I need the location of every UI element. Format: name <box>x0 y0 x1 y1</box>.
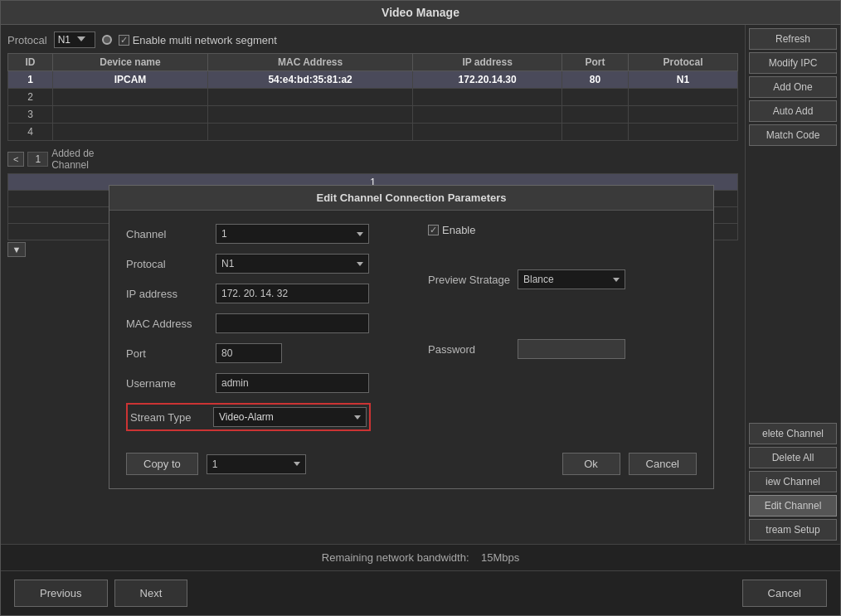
channel-select[interactable]: 1 <box>216 224 369 244</box>
ip-label: IP address <box>126 288 209 300</box>
preview-strategy-label: Preview Stratage <box>428 274 511 286</box>
dialog-ok-button[interactable]: Ok <box>562 453 620 475</box>
stream-type-container: Stream Type Video-Alarm <box>126 403 371 431</box>
copy-to-button[interactable]: Copy to <box>126 453 198 475</box>
dialog-cancel-button[interactable]: Cancel <box>629 453 697 475</box>
previous-button[interactable]: Previous <box>14 580 108 607</box>
protocol-form-select[interactable]: N1 <box>216 254 369 274</box>
main-cancel-button[interactable]: Cancel <box>742 580 827 607</box>
protocol-form-label: Protocal <box>126 258 209 270</box>
mac-label: MAC Address <box>126 318 209 330</box>
enable-label: Enable <box>442 224 475 236</box>
port-input[interactable] <box>216 343 282 363</box>
password-input[interactable] <box>518 339 625 359</box>
preview-strategy-select[interactable]: Blance <box>518 269 625 289</box>
username-label: Username <box>126 377 209 390</box>
stream-type-label: Stream Type <box>130 411 213 424</box>
username-input[interactable] <box>216 373 369 393</box>
copy-to-select[interactable]: 1 <box>207 454 306 474</box>
edit-channel-dialog: Edit Channel Connection Parameters Chann… <box>109 185 714 489</box>
mac-input[interactable] <box>216 313 369 333</box>
channel-label: Channel <box>126 228 209 240</box>
stream-type-select[interactable]: Video-Alarm <box>213 407 367 427</box>
enable-checkbox[interactable]: ✓ Enable <box>428 224 475 236</box>
ip-input[interactable] <box>216 284 369 303</box>
dialog-title: Edit Channel Connection Parameters <box>109 186 713 211</box>
next-button[interactable]: Next <box>114 580 188 607</box>
password-label: Password <box>428 343 511 356</box>
port-label: Port <box>126 347 209 360</box>
